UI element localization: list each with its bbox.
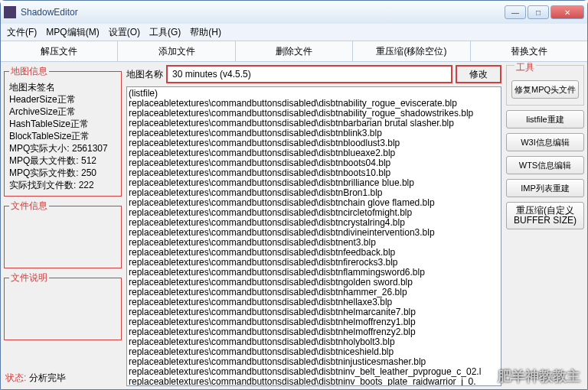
rbtn-listfile[interactable]: listfile重建 [506,110,584,128]
minimize-button[interactable]: — [505,5,526,19]
right-panel: 工具 修复MPQ头文件 listfile重建 W3I信息编辑 WTS信息编辑 I… [503,62,587,389]
mapinfo-line: MPQ实际大小: 2561307 [9,142,116,154]
app-window: ShadowEditor — □ ✕ 文件(F) MPQ编辑(M) 设置(O) … [0,0,588,390]
filedesc-group: 文件说明 [4,271,122,340]
status-bar: 状态: 分析完毕 [4,370,122,386]
file-row[interactable]: replaceabletextures\commandbuttonsdisabl… [129,377,499,386]
rbtn-wts[interactable]: WTS信息编辑 [506,156,584,174]
mapinfo-line: 地图未签名 [9,81,116,93]
mapinfo-line: 实际找到文件数: 222 [9,179,116,191]
mapinfo-line: HashTableSize正常 [9,118,116,130]
mapname-input[interactable] [166,65,452,83]
file-listbox[interactable]: (listfile)replaceabletextures\commandbut… [126,86,501,386]
fileinfo-group: 文件信息 [4,200,122,268]
mapinfo-line: MPQ实际文件数: 250 [9,167,116,179]
tbtn-recompress[interactable]: 重压缩(移除空位) [353,41,470,61]
mapinfo-group: 地图信息 地图未签名HeaderSize正常ArchiveSize正常HashT… [4,65,122,197]
tbtn-delete[interactable]: 删除文件 [236,41,353,61]
mapinfo-line: MPQ最大文件数: 512 [9,154,116,167]
menu-mpqedit[interactable]: MPQ编辑(M) [46,26,99,39]
rbtn-w3i[interactable]: W3I信息编辑 [506,133,584,151]
menu-help[interactable]: 帮助(H) [190,26,221,39]
menu-file[interactable]: 文件(F) [7,26,37,39]
mapinfo-line: HeaderSize正常 [9,93,116,106]
menu-settings[interactable]: 设置(O) [109,26,140,39]
titlebar[interactable]: ShadowEditor — □ ✕ [1,1,587,24]
close-button[interactable]: ✕ [550,5,584,19]
menubar: 文件(F) MPQ编辑(M) 设置(O) 工具(G) 帮助(H) [1,24,587,41]
status-value: 分析完毕 [29,372,66,385]
tbtn-extract[interactable]: 解压文件 [1,41,118,61]
toolbar: 解压文件 添加文件 删除文件 重压缩(移除空位) 替换文件 [1,41,587,62]
rbtn-recompress-custom[interactable]: 重压缩(自定义 BUFFER SIZE) [506,202,584,229]
left-panel: 地图信息 地图未签名HeaderSize正常ArchiveSize正常HashT… [1,62,125,389]
maximize-button[interactable]: □ [528,5,549,19]
rbtn-imp[interactable]: IMP列表重建 [506,179,584,197]
status-label: 状态: [5,372,26,385]
mapinfo-line: BlockTableSize正常 [9,130,116,142]
tools-group: 工具 修复MPQ头文件 [506,65,584,106]
fileinfo-legend: 文件信息 [9,200,49,213]
window-title: ShadowEditor [21,7,505,18]
tbtn-replace[interactable]: 替换文件 [471,41,587,61]
tools-legend: 工具 [514,62,536,74]
menu-tools[interactable]: 工具(G) [149,26,181,39]
mapinfo-line: ArchiveSize正常 [9,106,116,118]
mapinfo-legend: 地图信息 [9,65,49,78]
center-panel: 地图名称 修改 (listfile)replaceabletextures\co… [125,62,503,389]
tbtn-add[interactable]: 添加文件 [118,41,235,61]
rbtn-fixmpq[interactable]: 修复MPQ头文件 [511,80,579,99]
filedesc-legend: 文件说明 [9,271,49,284]
modify-button[interactable]: 修改 [456,65,501,83]
mapname-label: 地图名称 [126,68,163,81]
app-icon [4,6,16,18]
